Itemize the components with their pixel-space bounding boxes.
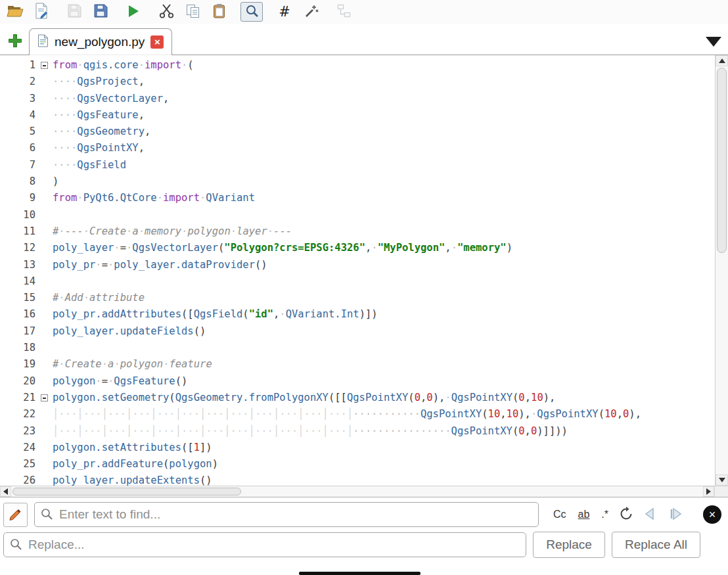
code-text: ····QgsPointXY, [53,140,145,156]
tab-new-polygon[interactable]: new_polygon.py × [29,28,172,55]
horizontal-scrollbar[interactable] [0,486,728,497]
add-script-button[interactable] [8,34,22,50]
code-text: │···│···│···│···│···│···│···│···│···│···… [53,423,568,440]
code-text: ····QgsFeature, [53,107,145,124]
code-editor[interactable]: 1from·qgis.core·import·(2····QgsProject,… [0,55,728,497]
search-icon [9,538,23,554]
line-number: 26 [0,472,35,486]
code-line: 3····QgsVectorLayer, [0,91,715,107]
qgis-python-editor: # new_polygon.py × 1fr [0,0,728,575]
code-line: 17poly_layer.updateFields() [0,323,715,340]
fold-marker-icon[interactable] [41,394,48,402]
scissors-icon [159,3,174,20]
fold-margin [35,57,53,74]
replace-button[interactable]: Replace [533,532,605,558]
fold-margin [35,472,53,486]
line-number: 20 [0,373,35,390]
line-number: 14 [0,273,35,290]
code-line: 8) [0,173,715,190]
horizontal-scroll-thumb[interactable] [12,488,241,495]
find-input[interactable] [34,502,539,527]
tab-close-button[interactable]: × [150,35,164,49]
tab-bar: new_polygon.py × [0,24,728,55]
line-number: 19 [0,356,35,373]
code-text: poly_pr.addFeature(polygon) [53,456,218,472]
code-line: 21polygon.setGeometry(QgsGeometry.fromPo… [0,390,715,406]
fold-margin [35,323,53,340]
fold-margin [35,157,53,173]
regex-button[interactable]: .* [599,507,611,522]
vertical-scroll-thumb[interactable] [717,68,727,253]
code-line: 1from·qgis.core·import·( [0,57,715,74]
scroll-up-button[interactable] [716,55,728,66]
code-line: 13poly_pr·=·poly_layer.dataProvider() [0,257,715,273]
code-line: 5····QgsGeometry, [0,124,715,140]
fold-margin [35,440,53,456]
case-sensitive-button[interactable]: Cc [551,507,569,522]
whole-word-button[interactable]: ab [576,507,593,522]
copy-button[interactable] [181,2,204,22]
reformat-code-button[interactable] [300,2,322,22]
cut-button[interactable] [155,2,177,22]
line-number: 8 [0,173,35,190]
scroll-left-button[interactable] [0,486,11,497]
horizontal-scroll-track[interactable] [11,486,703,497]
code-text: ····QgsProject, [53,74,145,90]
open-script-button[interactable] [4,2,26,22]
code-line: 19#·Create·a·polygon·feature [0,356,715,373]
code-text: ····QgsGeometry, [53,124,150,140]
window-resize-handle[interactable] [299,572,421,575]
fold-margin [35,190,53,206]
line-number: 6 [0,140,35,156]
find-text-button[interactable] [240,2,263,22]
find-toggle-button[interactable] [3,503,28,527]
line-number: 15 [0,290,35,306]
new-script-icon [34,3,49,21]
tab-list-dropdown-icon[interactable] [706,37,721,47]
code-line: 4····QgsFeature, [0,107,715,124]
wrap-around-icon [619,507,633,523]
replace-row: Replace Replace All [3,532,721,558]
code-line: 10 [0,207,715,223]
line-number: 9 [0,190,35,206]
fold-marker-icon[interactable] [41,62,48,69]
new-script-button[interactable] [30,2,53,22]
search-icon [40,507,54,524]
line-number: 23 [0,423,35,440]
replace-all-button[interactable]: Replace All [612,532,700,558]
vertical-scrollbar[interactable] [715,55,728,486]
fold-margin [35,290,53,306]
code-text: from·qgis.core·import·( [53,57,194,74]
code-area[interactable]: 1from·qgis.core·import·(2····QgsProject,… [0,55,715,486]
code-line: 24polygon.setAttributes([1]) [0,440,715,456]
fold-margin [35,257,53,273]
code-text: polygon.setGeometry(QgsGeometry.fromPoly… [53,390,555,406]
save-script-as-button[interactable] [89,2,112,22]
vertical-scroll-track[interactable] [716,66,728,474]
code-line: 14 [0,273,715,290]
search-icon [244,3,260,20]
wrap-around-button[interactable] [618,505,635,524]
fold-margin [35,306,53,323]
previous-match-icon [643,507,658,523]
object-inspector-button[interactable] [332,2,355,22]
find-previous-button[interactable] [641,505,660,524]
script-file-icon [37,34,49,50]
fold-margin [35,173,53,190]
fold-margin [35,273,53,290]
next-match-icon [668,507,685,523]
replace-input[interactable] [3,532,526,557]
code-line: 9from·PyQt6.QtCore·import·QVariant [0,190,715,206]
toggle-comment-button[interactable]: # [273,2,296,22]
scroll-right-button[interactable] [703,486,714,497]
paste-button[interactable] [208,2,230,22]
copy-icon [185,3,200,21]
scroll-down-button[interactable] [716,474,728,486]
fold-margin [35,240,53,256]
code-text: ····QgsVectorLayer, [53,91,169,107]
find-next-button[interactable] [666,505,686,524]
save-script-button[interactable] [63,2,85,22]
code-text: from·PyQt6.QtCore·import·QVariant [53,190,255,206]
close-find-bar-button[interactable]: × [703,505,721,524]
run-script-button[interactable] [122,2,145,22]
